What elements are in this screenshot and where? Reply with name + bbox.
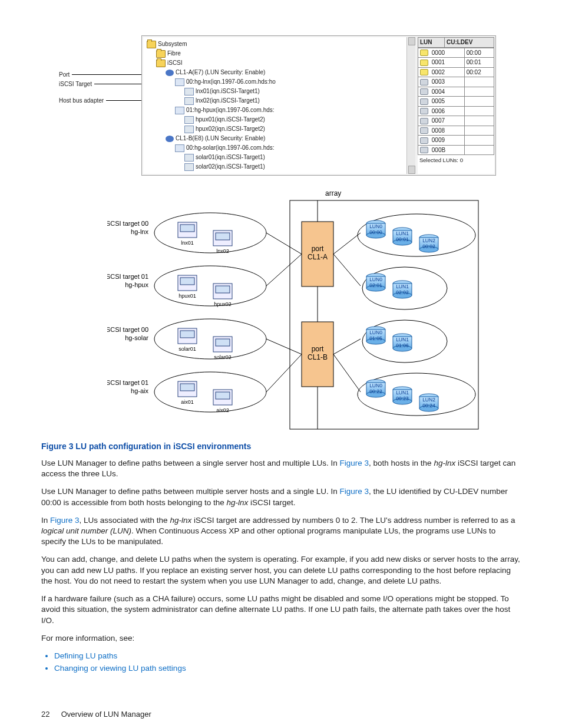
tree-host[interactable]: solar02(iqn.iSCSI-Target1)	[196, 162, 265, 172]
lun-label: 00:00	[369, 229, 382, 235]
tree-host[interactable]: lnx01(iqn.iSCSI-Target1)	[196, 87, 260, 96]
lun-label: LUN1	[396, 230, 409, 236]
lun-label: 00:24	[422, 403, 435, 409]
tree-pane[interactable]: Subsystem Fibre iSCSI CL1-A(E7) (LUN Sec…	[143, 37, 415, 174]
culdev-cell[interactable]: 00:01	[464, 58, 494, 68]
culdev-cell[interactable]	[464, 77, 494, 87]
tree-host[interactable]: lnx02(iqn.iSCSI-Target1)	[196, 96, 260, 106]
svg-line-31	[266, 354, 302, 392]
target-icon	[175, 78, 184, 86]
culdev-cell[interactable]: 00:02	[464, 67, 494, 77]
culdev-cell[interactable]	[464, 97, 494, 107]
tree-target-solar[interactable]: 00:hg-solar(iqn.1997-06.com.hds:	[186, 143, 275, 153]
host-label: aix02	[216, 407, 229, 413]
lun-label: 02:01	[369, 282, 382, 288]
lun-label: LUN0	[369, 276, 382, 282]
selected-luns-label: Selected LUNs: 0	[418, 155, 494, 164]
tree-subsystem[interactable]: Subsystem	[158, 39, 187, 49]
tree-host[interactable]: hpux02(iqn.iSCSI-Target2)	[196, 124, 265, 134]
link-defining-lu-paths[interactable]: Defining LU paths	[54, 651, 117, 660]
lun-cell[interactable]: 0005	[418, 97, 465, 107]
target-label: hg-hpux	[125, 281, 148, 288]
target-label: iSCSI target 01	[107, 273, 148, 280]
target-label: hg-aix	[131, 387, 148, 394]
link-figure-3[interactable]: Figure 3	[50, 516, 80, 525]
svg-line-69	[333, 354, 361, 392]
lun-label: 01:05	[369, 335, 382, 341]
lun-label: LUN0	[369, 330, 382, 335]
culdev-cell[interactable]	[464, 87, 494, 97]
volume-icon	[420, 50, 428, 56]
culdev-cell[interactable]	[464, 106, 494, 116]
figure-title: Figure 3 LU path configuration in iSCSI …	[41, 441, 521, 452]
tree-iscsi[interactable]: iSCSI	[167, 58, 183, 68]
host-label: hpux02	[214, 301, 232, 307]
lun-cell[interactable]: 0003	[418, 77, 465, 87]
target-icon	[175, 107, 184, 114]
host-label: aix01	[181, 399, 194, 405]
svg-rect-22	[180, 331, 194, 338]
link-changing-lu-path-settings[interactable]: Changing or viewing LU path settings	[54, 664, 186, 673]
lun-label: 02:02	[396, 289, 409, 295]
lun-cell[interactable]: 000B	[418, 145, 465, 155]
lun-cell[interactable]: 0006	[418, 106, 465, 116]
culdev-cell[interactable]	[464, 116, 494, 126]
volume-icon	[420, 69, 428, 75]
tree-host[interactable]: hpux01(iqn.iSCSI-Target2)	[196, 115, 265, 124]
callout-hba: Host bus adapter	[59, 97, 104, 105]
scrollbar[interactable]	[406, 37, 415, 174]
lun-cell[interactable]: 0004	[418, 87, 465, 97]
svg-rect-10	[180, 225, 194, 232]
lun-label: 01:06	[396, 342, 409, 348]
lun-label: LUN0	[369, 223, 382, 229]
svg-point-8	[154, 213, 266, 253]
port-icon	[166, 136, 174, 142]
host-icon	[184, 126, 194, 133]
lun-label: 00:01	[396, 236, 409, 242]
svg-text:CL1-B: CL1-B	[308, 353, 328, 361]
paragraph: If a hardware failure (such as a CHA fai…	[41, 594, 521, 626]
col-culdev[interactable]: CU:LDEV	[444, 38, 494, 48]
tree-fibre[interactable]: Fibre	[167, 49, 181, 58]
host-icon	[184, 88, 194, 95]
culdev-cell[interactable]: 00:00	[464, 48, 494, 58]
paragraph: Use LUN Manager to define paths between …	[41, 458, 521, 479]
svg-rect-24	[216, 339, 230, 346]
culdev-cell[interactable]	[464, 145, 494, 155]
target-label: iSCSI target 00	[107, 326, 148, 333]
volume-icon	[420, 118, 428, 124]
folder-icon	[156, 60, 166, 67]
lun-table[interactable]: LUNCU:LDEV	[418, 37, 494, 48]
link-figure-3[interactable]: Figure 3	[340, 487, 369, 496]
paragraph: You can add, change, and delete LU paths…	[41, 554, 521, 587]
page-number: 22	[41, 709, 59, 720]
volume-icon	[420, 60, 428, 66]
tree-port-cl1a[interactable]: CL1-A(E7) (LUN Security: Enable)	[176, 68, 265, 77]
culdev-cell[interactable]	[464, 136, 494, 146]
lun-table-pane[interactable]: LUNCU:LDEV 000000:00 000100:01 000200:02…	[418, 37, 494, 174]
port-icon	[166, 70, 174, 76]
lun-cell[interactable]: 0009	[418, 136, 465, 146]
lun-cell[interactable]: 0000	[418, 48, 465, 58]
lun-rows[interactable]: 000000:00 000100:01 000200:02 0003 0004 …	[418, 48, 494, 156]
lun-cell[interactable]: 0001	[418, 58, 465, 68]
lun-cell[interactable]: 0007	[418, 116, 465, 126]
tree-target-hpux[interactable]: 01:hg-hpux(iqn.1997-06.com.hds:	[186, 106, 275, 115]
lun-label: LUN1	[396, 390, 409, 396]
lun-cell[interactable]: 0002	[418, 67, 465, 77]
tree-host[interactable]: solar01(iqn.iSCSI-Target1)	[196, 153, 265, 162]
lun-cell[interactable]: 0008	[418, 126, 465, 136]
col-lun[interactable]: LUN	[418, 38, 445, 48]
svg-line-58	[333, 339, 361, 354]
array-label: array	[325, 189, 341, 197]
paragraph: For more information, see:	[41, 633, 521, 644]
lun-label: 00:02	[422, 243, 435, 249]
tree-port-cl1b[interactable]: CL1-B(E8) (LUN Security: Enable)	[176, 134, 265, 143]
link-figure-3[interactable]: Figure 3	[340, 459, 369, 467]
culdev-cell[interactable]	[464, 126, 494, 136]
tree-target-lnx[interactable]: 00:hg-lnx(iqn.1997-06.com.hds:ho	[186, 77, 276, 87]
chapter-title: Overview of LUN Manager	[61, 710, 151, 719]
volume-icon	[420, 88, 428, 95]
topology-diagram: array port CL1-A port CL1-B iSCSI target…	[107, 186, 484, 434]
svg-rect-12	[216, 233, 230, 240]
